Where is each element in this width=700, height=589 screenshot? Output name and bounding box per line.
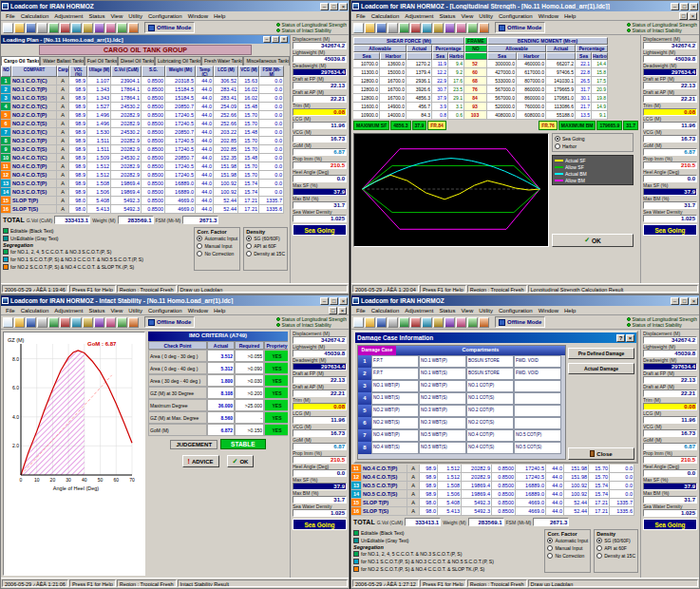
damage-icon[interactable]: [83, 23, 93, 33]
menu-item[interactable]: View: [107, 13, 125, 19]
tab[interactable]: Fuel Oil Tanks: [85, 56, 118, 66]
corr-radio-option[interactable]: Automatic Input: [547, 537, 588, 544]
sg-cell[interactable]: 0.8500: [142, 111, 165, 120]
tank-name-cell[interactable]: NO.4 C.O.T(P): [362, 465, 407, 473]
sg-cell[interactable]: 0.8500: [142, 197, 165, 205]
menu-item[interactable]: File: [3, 13, 18, 19]
vol-pct-cell[interactable]: 98.9: [69, 188, 87, 197]
sg-cell[interactable]: 0.8500: [142, 137, 165, 145]
mode-radio-option[interactable]: Sea Going: [555, 135, 631, 142]
vol-pct-cell[interactable]: 98.9: [69, 86, 87, 94]
damage-case-row[interactable]: 5 NO.2 WBT(P) NO.3 WBT(P) NO.2 COT(P): [358, 405, 565, 417]
menu-item[interactable]: Configuration: [496, 308, 536, 314]
tank-name-cell[interactable]: NO.2 C.O.T(S): [11, 120, 57, 128]
vol-pct-cell[interactable]: 98.9: [69, 171, 87, 180]
child-minimize-button[interactable]: –: [263, 36, 271, 43]
strength-icon[interactable]: [410, 317, 421, 328]
cargo-select[interactable]: A: [57, 145, 69, 154]
menu-item[interactable]: Status: [85, 308, 107, 314]
gvol-cell[interactable]: 24530.2: [111, 154, 142, 162]
temp-cell[interactable]: 44.0: [196, 94, 214, 103]
cargo-select[interactable]: A: [57, 180, 69, 188]
exit-icon[interactable]: [128, 23, 139, 33]
weight-cell[interactable]: 16889.0: [165, 188, 196, 197]
maximize-button[interactable]: □: [330, 3, 338, 10]
tank-name-cell[interactable]: NO.4 C.O.T(S): [362, 473, 407, 482]
mode-radio-option[interactable]: Harbor: [555, 142, 631, 150]
ullage-cell[interactable]: 1.511: [87, 137, 111, 145]
gvol-cell[interactable]: 20282.9: [111, 137, 142, 145]
loading-plan-icon[interactable]: [48, 23, 59, 33]
radio-icon[interactable]: [547, 538, 553, 543]
ullage-cell[interactable]: 5.408: [87, 197, 111, 205]
weight-cell[interactable]: 15184.5: [165, 86, 196, 94]
loading-plan-icon[interactable]: [48, 317, 59, 328]
weight-cell[interactable]: 20318.5: [165, 77, 196, 86]
temp-cell[interactable]: 44.0: [196, 86, 214, 94]
corr-radio-option[interactable]: No Correction: [197, 250, 237, 257]
radio-icon[interactable]: [197, 243, 202, 249]
weight-cell[interactable]: 15184.5: [165, 94, 196, 103]
ship-icon[interactable]: [467, 317, 478, 328]
dialog-close-button[interactable]: ×: [626, 334, 634, 342]
weight-cell[interactable]: 17240.5: [165, 137, 196, 145]
menu-item[interactable]: Utility: [125, 13, 145, 19]
menu-item[interactable]: Status: [436, 13, 458, 19]
menu-item[interactable]: Help: [211, 308, 228, 314]
radio-icon[interactable]: [547, 545, 553, 551]
menu-item[interactable]: Adjustment: [402, 308, 436, 314]
temp-cell[interactable]: 44.0: [196, 111, 214, 120]
temp-cell[interactable]: 44.0: [196, 154, 214, 162]
advice-button[interactable]: !ADVICE: [182, 455, 219, 467]
cargo-select[interactable]: A: [57, 197, 69, 205]
gvol-cell[interactable]: 24530.2: [111, 103, 142, 111]
gvol-cell[interactable]: 24530.2: [111, 128, 142, 137]
summary-icon[interactable]: [445, 317, 455, 328]
sg-cell[interactable]: 0.8500: [142, 205, 165, 214]
corr-radio-option[interactable]: No Correction: [547, 552, 588, 560]
settings-icon[interactable]: [105, 317, 116, 328]
menu-item[interactable]: Status: [436, 308, 458, 314]
child-restore-button[interactable]: □: [329, 307, 337, 314]
ullage-cell[interactable]: 1.512: [87, 171, 111, 180]
ullage-cell[interactable]: 1.508: [87, 180, 111, 188]
tab[interactable]: Lubricating Oil Tanks: [155, 56, 201, 66]
weight-cell[interactable]: 17240.5: [165, 120, 196, 128]
vol-pct-cell[interactable]: 98.9: [69, 77, 87, 86]
gvol-cell[interactable]: 20282.9: [111, 120, 142, 128]
titlebar[interactable]: Loadcom for IRAN HORMOZ - [Longitudinal …: [351, 1, 699, 11]
cargo-select[interactable]: A: [57, 86, 69, 94]
radio-icon[interactable]: [246, 236, 252, 241]
minimize-button[interactable]: –: [671, 3, 679, 10]
menu-item[interactable]: Window: [185, 308, 211, 314]
temp-cell[interactable]: 44.0: [196, 128, 214, 137]
ullage-cell[interactable]: 1.527: [87, 103, 111, 111]
temp-cell[interactable]: 44.0: [196, 137, 214, 145]
radio-icon[interactable]: [596, 538, 602, 543]
corr-radio-option[interactable]: Manual Input: [197, 242, 237, 250]
sg-cell[interactable]: 0.8500: [142, 128, 165, 137]
radio-icon[interactable]: [197, 236, 202, 241]
damage-case-row[interactable]: 2 F.P.T NO.1 WBT(S) BOSUN STORE FWD. VOI…: [358, 368, 565, 380]
vol-pct-cell[interactable]: 98.9: [69, 180, 87, 188]
menu-item[interactable]: Calculation: [18, 308, 52, 314]
pre-defined-damage-button[interactable]: Pre Defined Damage: [568, 348, 634, 359]
cargo-select[interactable]: A: [57, 94, 69, 103]
summary-icon[interactable]: [445, 23, 455, 33]
dialog-titlebar[interactable]: Damage Case Information ?×: [355, 332, 636, 343]
cargo-select[interactable]: A: [57, 103, 69, 111]
ship-icon[interactable]: [467, 23, 478, 33]
menu-item[interactable]: File: [353, 13, 369, 19]
cargo-select[interactable]: A: [57, 205, 69, 214]
ullage-cell[interactable]: 1.506: [87, 188, 111, 197]
tank-name-cell[interactable]: NO.4 C.O.T(C): [11, 154, 57, 162]
close-button[interactable]: ×: [690, 297, 698, 305]
maximize-button[interactable]: □: [330, 297, 338, 305]
ullage-cell[interactable]: 1.530: [87, 128, 111, 137]
radio-icon[interactable]: [197, 251, 202, 256]
corr-radio-option[interactable]: Automatic Input: [197, 235, 237, 242]
gvol-cell[interactable]: 20282.9: [111, 145, 142, 154]
vol-pct-cell[interactable]: 98.0: [69, 205, 87, 214]
cargo-select[interactable]: A: [57, 154, 69, 162]
strength-icon[interactable]: [60, 317, 70, 328]
